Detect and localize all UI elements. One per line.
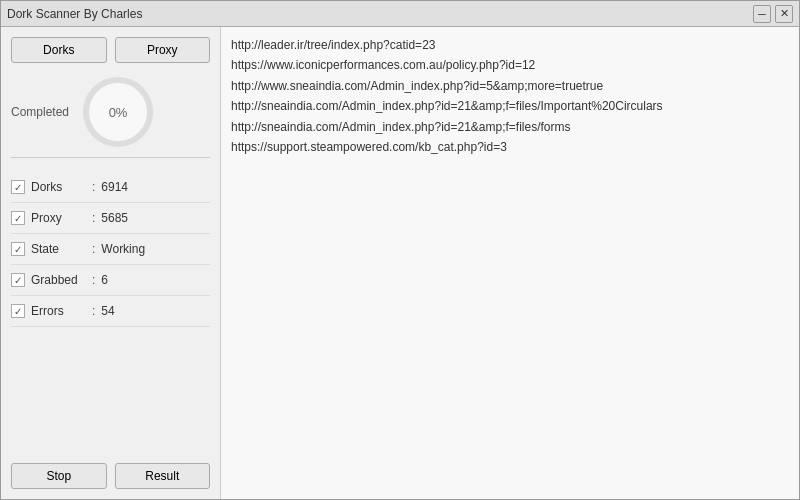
url-item-4: http://sneaindia.com/Admin_index.php?id=… [231, 117, 781, 137]
stat-checkbox-errors[interactable] [11, 304, 25, 318]
stat-name-grabbed: Grabbed [31, 273, 86, 287]
stat-row-dorks: Dorks:6914 [11, 172, 210, 203]
result-button[interactable]: Result [115, 463, 211, 489]
stat-row-state: State:Working [11, 234, 210, 265]
stat-colon-proxy: : [92, 211, 95, 225]
main-content: Dorks Proxy Completed 0% Dorks:6914Proxy… [1, 27, 799, 499]
stat-checkbox-state[interactable] [11, 242, 25, 256]
stat-value-errors: 54 [101, 304, 114, 318]
title-bar: Dork Scanner By Charles ─ ✕ [1, 1, 799, 27]
close-button[interactable]: ✕ [775, 5, 793, 23]
proxy-button[interactable]: Proxy [115, 37, 211, 63]
stat-row-grabbed: Grabbed:6 [11, 265, 210, 296]
stat-value-dorks: 6914 [101, 180, 128, 194]
stop-button[interactable]: Stop [11, 463, 107, 489]
minimize-button[interactable]: ─ [753, 5, 771, 23]
url-item-2: http://www.sneaindia.com/Admin_index.php… [231, 76, 781, 96]
stat-colon-dorks: : [92, 180, 95, 194]
right-panel: http://leader.ir/tree/index.php?catid=23… [221, 27, 799, 499]
progress-label: Completed [11, 105, 69, 119]
title-bar-controls: ─ ✕ [753, 5, 793, 23]
url-item-5: https://support.steampowered.com/kb_cat.… [231, 137, 781, 157]
progress-circle: 0% [83, 77, 153, 147]
stat-value-proxy: 5685 [101, 211, 128, 225]
stat-name-state: State [31, 242, 86, 256]
stats-list: Dorks:6914Proxy:5685State:WorkingGrabbed… [11, 172, 210, 453]
stat-colon-errors: : [92, 304, 95, 318]
main-window: Dork Scanner By Charles ─ ✕ Dorks Proxy … [0, 0, 800, 500]
window-title: Dork Scanner By Charles [7, 7, 142, 21]
url-list: http://leader.ir/tree/index.php?catid=23… [231, 35, 781, 157]
stat-colon-grabbed: : [92, 273, 95, 287]
stat-name-errors: Errors [31, 304, 86, 318]
stat-name-dorks: Dorks [31, 180, 86, 194]
stat-checkbox-grabbed[interactable] [11, 273, 25, 287]
url-item-3: http://sneaindia.com/Admin_index.php?id=… [231, 96, 781, 116]
progress-value: 0% [109, 105, 128, 120]
stat-value-grabbed: 6 [101, 273, 108, 287]
url-item-0: http://leader.ir/tree/index.php?catid=23 [231, 35, 781, 55]
top-button-row: Dorks Proxy [11, 37, 210, 63]
dorks-button[interactable]: Dorks [11, 37, 107, 63]
left-panel: Dorks Proxy Completed 0% Dorks:6914Proxy… [1, 27, 221, 499]
bottom-button-row: Stop Result [11, 463, 210, 489]
url-item-1: https://www.iconicperformances.com.au/po… [231, 55, 781, 75]
stat-checkbox-proxy[interactable] [11, 211, 25, 225]
stat-row-proxy: Proxy:5685 [11, 203, 210, 234]
stat-checkbox-dorks[interactable] [11, 180, 25, 194]
stat-name-proxy: Proxy [31, 211, 86, 225]
progress-section: Completed 0% [11, 77, 210, 158]
stat-row-errors: Errors:54 [11, 296, 210, 327]
stat-value-state: Working [101, 242, 145, 256]
stat-colon-state: : [92, 242, 95, 256]
